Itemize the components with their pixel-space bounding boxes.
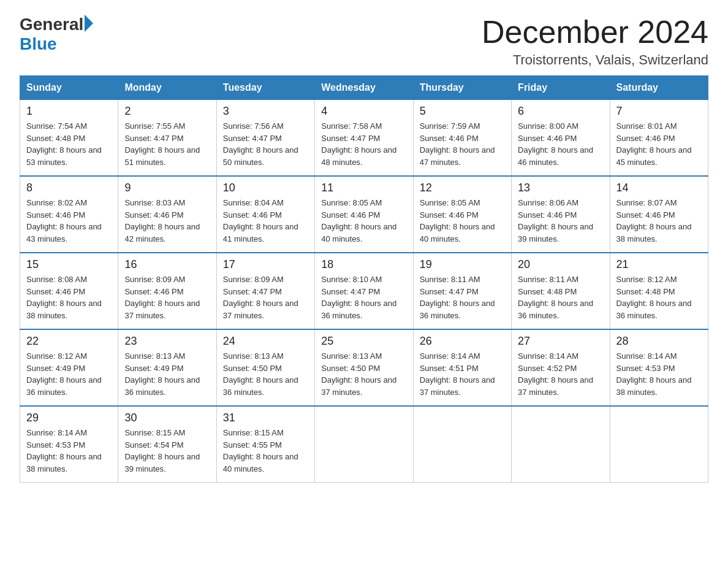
calendar-cell: 6 Sunrise: 8:00 AMSunset: 4:46 PMDayligh…: [512, 100, 610, 177]
day-info: Sunrise: 8:00 AMSunset: 4:46 PMDaylight:…: [518, 120, 603, 168]
calendar-cell: 4 Sunrise: 7:58 AMSunset: 4:47 PMDayligh…: [315, 100, 413, 177]
day-number: 12: [420, 182, 505, 194]
calendar-cell: 11 Sunrise: 8:05 AMSunset: 4:46 PMDaylig…: [315, 176, 413, 253]
day-number: 30: [124, 412, 210, 424]
calendar-cell: 7 Sunrise: 8:01 AMSunset: 4:46 PMDayligh…: [610, 100, 708, 177]
day-number: 9: [124, 182, 210, 194]
day-info: Sunrise: 7:56 AMSunset: 4:47 PMDaylight:…: [223, 120, 308, 168]
day-number: 17: [223, 258, 308, 271]
calendar-cell: 20 Sunrise: 8:11 AMSunset: 4:48 PMDaylig…: [512, 253, 610, 329]
day-info: Sunrise: 8:05 AMSunset: 4:46 PMDaylight:…: [321, 197, 406, 245]
calendar-cell: 28 Sunrise: 8:14 AMSunset: 4:53 PMDaylig…: [610, 329, 708, 406]
day-info: Sunrise: 8:14 AMSunset: 4:51 PMDaylight:…: [420, 350, 505, 398]
calendar-header-friday: Friday: [512, 76, 610, 100]
calendar-cell: 24 Sunrise: 8:13 AMSunset: 4:50 PMDaylig…: [216, 329, 314, 406]
day-info: Sunrise: 7:58 AMSunset: 4:47 PMDaylight:…: [321, 120, 406, 168]
calendar-header-monday: Monday: [118, 76, 216, 100]
day-info: Sunrise: 8:11 AMSunset: 4:47 PMDaylight:…: [420, 274, 505, 321]
day-number: 23: [124, 335, 210, 348]
calendar-cell: 2 Sunrise: 7:55 AMSunset: 4:47 PMDayligh…: [118, 100, 216, 177]
day-info: Sunrise: 7:55 AMSunset: 4:47 PMDaylight:…: [124, 120, 210, 168]
logo-arrow-icon: [85, 15, 93, 32]
calendar-header-tuesday: Tuesday: [216, 76, 314, 100]
day-number: 4: [321, 105, 406, 118]
day-number: 25: [321, 335, 406, 348]
calendar-cell: 23 Sunrise: 8:13 AMSunset: 4:49 PMDaylig…: [118, 329, 216, 406]
location-subtitle: Troistorrents, Valais, Switzerland: [482, 52, 708, 68]
day-info: Sunrise: 8:08 AMSunset: 4:46 PMDaylight:…: [26, 274, 112, 321]
day-number: 7: [616, 105, 702, 118]
day-info: Sunrise: 8:06 AMSunset: 4:46 PMDaylight:…: [518, 197, 603, 245]
day-info: Sunrise: 8:13 AMSunset: 4:50 PMDaylight:…: [223, 350, 308, 398]
calendar-cell: 14 Sunrise: 8:07 AMSunset: 4:46 PMDaylig…: [610, 176, 708, 253]
calendar-cell: 29 Sunrise: 8:14 AMSunset: 4:53 PMDaylig…: [20, 406, 118, 483]
calendar-cell: 10 Sunrise: 8:04 AMSunset: 4:46 PMDaylig…: [216, 176, 314, 253]
day-number: 28: [616, 335, 702, 348]
day-number: 29: [26, 412, 112, 424]
calendar-cell: 3 Sunrise: 7:56 AMSunset: 4:47 PMDayligh…: [216, 100, 314, 177]
calendar-cell: 26 Sunrise: 8:14 AMSunset: 4:51 PMDaylig…: [413, 329, 511, 406]
calendar-cell: 31 Sunrise: 8:15 AMSunset: 4:55 PMDaylig…: [216, 406, 314, 483]
calendar-header-row: SundayMondayTuesdayWednesdayThursdayFrid…: [20, 76, 708, 100]
day-number: 22: [26, 335, 112, 348]
day-info: Sunrise: 8:12 AMSunset: 4:49 PMDaylight:…: [26, 350, 112, 398]
day-info: Sunrise: 8:13 AMSunset: 4:50 PMDaylight:…: [321, 350, 406, 398]
day-info: Sunrise: 8:01 AMSunset: 4:46 PMDaylight:…: [616, 120, 702, 168]
day-info: Sunrise: 8:05 AMSunset: 4:46 PMDaylight:…: [420, 197, 505, 245]
calendar-week-row: 22 Sunrise: 8:12 AMSunset: 4:49 PMDaylig…: [20, 329, 708, 406]
day-info: Sunrise: 7:54 AMSunset: 4:48 PMDaylight:…: [26, 120, 112, 168]
day-info: Sunrise: 8:03 AMSunset: 4:46 PMDaylight:…: [124, 197, 210, 245]
day-number: 2: [124, 105, 210, 118]
day-info: Sunrise: 8:15 AMSunset: 4:54 PMDaylight:…: [124, 427, 210, 475]
calendar-week-row: 8 Sunrise: 8:02 AMSunset: 4:46 PMDayligh…: [20, 176, 708, 253]
day-info: Sunrise: 8:14 AMSunset: 4:52 PMDaylight:…: [518, 350, 603, 398]
logo-general-text: General: [20, 15, 83, 34]
day-number: 24: [223, 335, 308, 348]
calendar-cell: 17 Sunrise: 8:09 AMSunset: 4:47 PMDaylig…: [216, 253, 314, 329]
day-info: Sunrise: 8:09 AMSunset: 4:47 PMDaylight:…: [223, 274, 308, 321]
calendar-cell: 15 Sunrise: 8:08 AMSunset: 4:46 PMDaylig…: [20, 253, 118, 329]
calendar-cell: [315, 406, 413, 483]
day-number: 5: [420, 105, 505, 118]
day-info: Sunrise: 8:11 AMSunset: 4:48 PMDaylight:…: [518, 274, 603, 321]
day-number: 21: [616, 258, 702, 271]
calendar-cell: 18 Sunrise: 8:10 AMSunset: 4:47 PMDaylig…: [315, 253, 413, 329]
calendar-week-row: 15 Sunrise: 8:08 AMSunset: 4:46 PMDaylig…: [20, 253, 708, 329]
day-info: Sunrise: 8:14 AMSunset: 4:53 PMDaylight:…: [616, 350, 702, 398]
calendar-table: SundayMondayTuesdayWednesdayThursdayFrid…: [20, 75, 708, 483]
calendar-cell: 12 Sunrise: 8:05 AMSunset: 4:46 PMDaylig…: [413, 176, 511, 253]
day-number: 13: [518, 182, 603, 194]
day-number: 16: [124, 258, 210, 271]
calendar-cell: 25 Sunrise: 8:13 AMSunset: 4:50 PMDaylig…: [315, 329, 413, 406]
calendar-week-row: 1 Sunrise: 7:54 AMSunset: 4:48 PMDayligh…: [20, 100, 708, 177]
month-title: December 2024: [482, 15, 708, 50]
calendar-cell: [610, 406, 708, 483]
calendar-cell: 19 Sunrise: 8:11 AMSunset: 4:47 PMDaylig…: [413, 253, 511, 329]
calendar-cell: [512, 406, 610, 483]
day-number: 10: [223, 182, 308, 194]
calendar-cell: [413, 406, 511, 483]
calendar-cell: 16 Sunrise: 8:09 AMSunset: 4:46 PMDaylig…: [118, 253, 216, 329]
day-info: Sunrise: 8:13 AMSunset: 4:49 PMDaylight:…: [124, 350, 210, 398]
calendar-cell: 27 Sunrise: 8:14 AMSunset: 4:52 PMDaylig…: [512, 329, 610, 406]
day-number: 11: [321, 182, 406, 194]
calendar-cell: 8 Sunrise: 8:02 AMSunset: 4:46 PMDayligh…: [20, 176, 118, 253]
day-number: 3: [223, 105, 308, 118]
day-info: Sunrise: 8:09 AMSunset: 4:46 PMDaylight:…: [124, 274, 210, 321]
day-info: Sunrise: 8:12 AMSunset: 4:48 PMDaylight:…: [616, 274, 702, 321]
day-number: 27: [518, 335, 603, 348]
calendar-cell: 21 Sunrise: 8:12 AMSunset: 4:48 PMDaylig…: [610, 253, 708, 329]
day-number: 15: [26, 258, 112, 271]
calendar-header-saturday: Saturday: [610, 76, 708, 100]
day-info: Sunrise: 8:04 AMSunset: 4:46 PMDaylight:…: [223, 197, 308, 245]
day-info: Sunrise: 8:10 AMSunset: 4:47 PMDaylight:…: [321, 274, 406, 321]
day-info: Sunrise: 8:14 AMSunset: 4:53 PMDaylight:…: [26, 427, 112, 475]
day-info: Sunrise: 7:59 AMSunset: 4:46 PMDaylight:…: [420, 120, 505, 168]
calendar-cell: 1 Sunrise: 7:54 AMSunset: 4:48 PMDayligh…: [20, 100, 118, 177]
calendar-header-sunday: Sunday: [20, 76, 118, 100]
day-number: 20: [518, 258, 603, 271]
day-number: 31: [223, 412, 308, 424]
day-number: 26: [420, 335, 505, 348]
logo: General Blue: [20, 15, 93, 54]
day-info: Sunrise: 8:02 AMSunset: 4:46 PMDaylight:…: [26, 197, 112, 245]
